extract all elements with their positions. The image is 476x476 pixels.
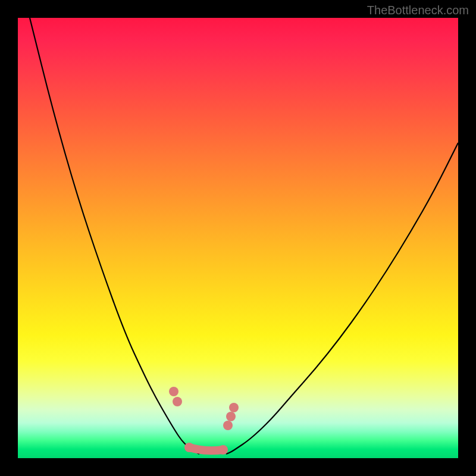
- markers-group: [169, 387, 239, 455]
- data-marker: [169, 387, 178, 396]
- watermark-text: TheBottleneck.com: [367, 4, 469, 17]
- data-marker: [184, 443, 194, 452]
- bottom-marker-segment: [189, 447, 223, 450]
- data-marker: [173, 397, 182, 406]
- data-marker: [223, 421, 233, 430]
- data-marker: [229, 403, 239, 412]
- chart-svg: [18, 18, 458, 458]
- data-marker: [218, 445, 228, 455]
- data-marker: [226, 412, 236, 421]
- chart-plot-area: [18, 18, 458, 458]
- curve-right: [226, 143, 458, 454]
